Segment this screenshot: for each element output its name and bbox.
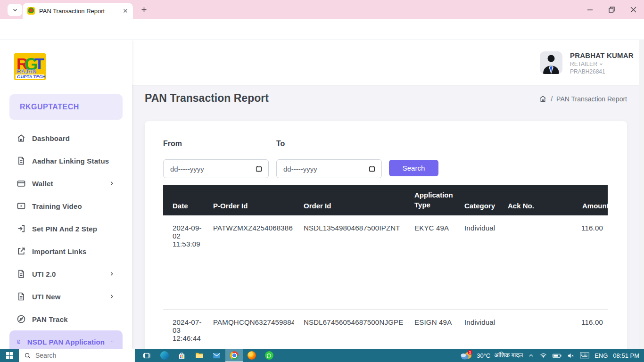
battery-icon[interactable] <box>553 353 561 359</box>
minimize-button[interactable] <box>579 0 601 19</box>
to-date-input[interactable] <box>283 165 368 173</box>
brand-name: RKGUPTATECH <box>20 103 79 111</box>
svg-text:1: 1 <box>469 350 471 354</box>
calendar-icon[interactable] <box>368 165 376 173</box>
external-link-icon <box>17 247 26 256</box>
sidebar-item-aadhar-linking-status[interactable]: Aadhar Linking Status <box>0 149 132 172</box>
weather-icon: 1 <box>460 350 473 361</box>
col-p-order-id: P-Order Id <box>204 185 294 215</box>
start-button[interactable] <box>0 349 19 362</box>
wifi-icon[interactable] <box>539 352 547 359</box>
whatsapp-button[interactable] <box>260 349 278 362</box>
page-scrollbar[interactable] <box>639 40 644 349</box>
sidebar-item-label: UTI New <box>32 293 102 301</box>
edge-icon <box>160 351 169 360</box>
sidebar-item-label: PAN Track <box>32 315 115 323</box>
taskbar-apps <box>138 349 278 362</box>
wallet-icon <box>17 179 26 188</box>
close-window-button[interactable] <box>622 0 644 19</box>
table-row[interactable]: 2024-09-02 11:53:09 PATWZMXZ4254068386 N… <box>163 215 608 309</box>
file-explorer-button[interactable] <box>190 349 208 362</box>
close-icon <box>630 7 636 13</box>
touch-keyboard-icon[interactable] <box>580 352 589 359</box>
user-avatar <box>540 51 562 74</box>
sidebar-item-label: NSDL PAN Application <box>27 338 105 346</box>
tab-close-icon[interactable] <box>123 8 128 14</box>
cell-category: Individual <box>455 309 498 342</box>
brand-box[interactable]: RKGUPTATECH <box>9 94 123 120</box>
document-icon <box>17 337 21 346</box>
restore-icon <box>609 7 615 13</box>
plus-icon <box>140 6 148 13</box>
sidebar-item-dashboard[interactable]: Dashboard <box>0 127 132 149</box>
sidebar: R G T RAJAN GUPTA TECH RKGUPTATECH Dashb… <box>0 40 132 349</box>
compass-icon <box>17 314 26 324</box>
language-indicator[interactable]: ENG <box>594 352 608 359</box>
sidebar-item-label: Aadhar Linking Status <box>32 157 115 165</box>
sidebar-item-training-video[interactable]: Training Video <box>0 195 132 217</box>
task-view-icon <box>143 352 151 360</box>
browser-toolbar: rknsdl.onlinepsa.com/dashboard/pan-trans… <box>0 19 644 40</box>
table-header-row: Date P-Order Id Order Id Application Typ… <box>163 185 608 215</box>
mail-button[interactable] <box>208 349 225 362</box>
cell-ack-no <box>498 309 573 342</box>
new-tab-button[interactable] <box>138 4 149 15</box>
whatsapp-icon <box>265 351 273 360</box>
col-application-type: Application Type <box>405 185 455 215</box>
weather-temp: 30°C <box>477 352 490 359</box>
task-view-button[interactable] <box>138 349 156 362</box>
weather-widget[interactable]: 1 30°C आंशिक बादल <box>460 350 523 361</box>
page-title: PAN Transaction Report <box>145 92 269 105</box>
sidebar-item-important-links[interactable]: Important Links <box>0 240 132 263</box>
restore-button[interactable] <box>601 0 622 19</box>
video-icon <box>17 201 26 211</box>
store-button[interactable] <box>173 349 190 362</box>
sidebar-item-wallet[interactable]: Wallet <box>0 172 132 195</box>
sidebar-item-label: Training Video <box>32 202 115 210</box>
sidebar-item-nsdl-pan-application[interactable]: NSDL PAN Application <box>9 330 123 349</box>
document-icon <box>17 156 26 165</box>
weather-desc: आंशिक बादल <box>494 352 523 359</box>
search-button[interactable]: Search <box>389 160 438 176</box>
user-block[interactable]: PRABHAT KUMAR RETAILER PRABH26841 <box>540 51 634 75</box>
edge-button[interactable] <box>156 349 173 362</box>
report-card: From To Search <box>145 121 627 349</box>
user-role[interactable]: RETAILER <box>570 61 634 67</box>
search-icon <box>24 352 31 359</box>
to-date-field[interactable] <box>276 159 382 178</box>
cell-amount: 116.00 <box>573 309 608 342</box>
sidebar-item-pan-track[interactable]: PAN Track <box>0 308 132 330</box>
cell-date: 2024-07-03 12:46:44 <box>163 309 204 342</box>
from-label: From <box>163 140 182 148</box>
taskbar-search[interactable] <box>19 349 135 362</box>
calendar-icon[interactable] <box>255 165 263 173</box>
sidebar-item-label: Wallet <box>32 180 102 188</box>
svg-text:GUPTA TECH: GUPTA TECH <box>17 74 46 79</box>
sidebar-item-uti-new[interactable]: UTI New <box>0 285 132 308</box>
volume-muted-icon[interactable] <box>567 352 575 359</box>
firefox-button[interactable] <box>243 349 260 362</box>
from-date-input[interactable] <box>170 165 255 173</box>
sidebar-item-set-pin[interactable]: Set PIN And 2 Step <box>0 217 132 240</box>
main-content: PRABHAT KUMAR RETAILER PRABH26841 PAN Tr… <box>132 40 639 349</box>
col-order-id: Order Id <box>294 185 405 215</box>
sidebar-item-uti-20[interactable]: UTI 2.0 <box>0 263 132 285</box>
tab-search-button[interactable] <box>8 4 22 16</box>
transactions-table: Date P-Order Id Order Id Application Typ… <box>163 185 608 342</box>
tray-chevron-up-icon[interactable] <box>528 353 534 359</box>
taskbar-search-input[interactable] <box>35 352 120 359</box>
top-header: PRABHAT KUMAR RETAILER PRABH26841 <box>132 40 639 85</box>
from-date-field[interactable] <box>163 159 269 178</box>
chevron-down-icon <box>12 7 18 13</box>
rgt-logo: R G T RAJAN GUPTA TECH <box>14 53 46 80</box>
clock[interactable]: 08:51 PM <box>613 352 639 359</box>
login-icon <box>17 224 26 233</box>
window-controls <box>579 0 644 19</box>
home-icon[interactable] <box>539 95 547 103</box>
browser-tab[interactable]: PAN Transaction Report <box>23 3 133 19</box>
chrome-button[interactable] <box>225 349 243 362</box>
table-row[interactable]: 2024-07-03 12:46:44 PAMQHCQN6327459884 N… <box>163 309 608 342</box>
cell-application-type: EKYC 49A <box>405 215 455 309</box>
store-icon <box>178 352 186 360</box>
cell-p-order-id: PATWZMXZ4254068386 <box>204 215 294 309</box>
